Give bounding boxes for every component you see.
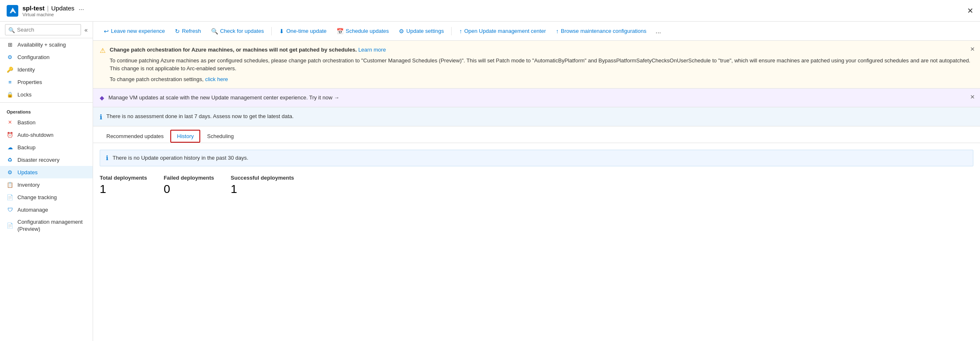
one-time-label: One-time update — [286, 28, 327, 34]
sidebar-item-identity[interactable]: 🔑 Identity — [0, 63, 93, 76]
resource-type: Virtual machine — [22, 12, 84, 17]
close-button[interactable]: ✕ — [967, 6, 973, 15]
refresh-button[interactable]: ↻ Refresh — [171, 26, 205, 37]
tab-scheduling[interactable]: Scheduling — [200, 130, 240, 143]
update-settings-button[interactable]: ⚙ Update settings — [395, 26, 448, 37]
content-area: ↩ Leave new experience ↻ Refresh 🔍 Check… — [93, 22, 980, 341]
info-icon: ℹ — [106, 154, 108, 162]
warning-banner: ⚠ Change patch orchestration for Azure m… — [93, 41, 980, 89]
one-time-update-button[interactable]: ⬇ One-time update — [275, 26, 331, 37]
sidebar-item-label: Backup — [17, 144, 35, 151]
warning-content: Change patch orchestration for Azure mac… — [110, 46, 973, 83]
main-layout: 🔍 « ⊞ Availability + scaling ⚙ Configura… — [0, 22, 980, 341]
purple-content: Manage VM updates at scale with the new … — [108, 94, 973, 102]
warning-learn-more-link[interactable]: Learn more — [358, 47, 386, 53]
sidebar-item-change-tracking[interactable]: 📄 Change tracking — [0, 191, 93, 203]
tab-recommended-updates[interactable]: Recommended updates — [100, 130, 170, 143]
browse-icon: ↑ — [556, 28, 559, 35]
resource-name: spl-test — [22, 5, 44, 12]
purple-banner-close[interactable]: ✕ — [970, 94, 975, 100]
warning-banner-close[interactable]: ✕ — [970, 46, 975, 52]
stat-total: Total deployments 1 — [100, 175, 147, 196]
stat-failed-label: Failed deployments — [164, 175, 214, 181]
sidebar-item-updates[interactable]: ⚙ Updates — [0, 166, 93, 178]
sidebar-operations-items: ✕ Bastion ⏰ Auto-shutdown ☁ Backup ♻ Dis… — [0, 116, 93, 236]
search-input[interactable] — [5, 24, 81, 35]
leave-new-experience-label: Leave new experience — [111, 28, 165, 34]
title-separator: | — [47, 5, 49, 12]
sidebar-collapse-icon[interactable]: « — [84, 27, 88, 33]
leave-new-experience-button[interactable]: ↩ Leave new experience — [100, 26, 169, 37]
warning-title: Change patch orchestration for Azure mac… — [110, 47, 357, 53]
open-update-mgmt-button[interactable]: ↑ Open Update management center — [455, 26, 550, 37]
open-mgmt-icon: ↑ — [459, 28, 462, 35]
one-time-icon: ⬇ — [279, 28, 284, 35]
open-mgmt-label: Open Update management center — [464, 28, 546, 34]
schedule-updates-button[interactable]: 📅 Schedule updates — [332, 26, 393, 37]
properties-icon: ≡ — [7, 79, 13, 85]
azure-logo — [7, 5, 18, 17]
history-tab-content: ℹ There is no Update operation history i… — [93, 143, 980, 341]
sidebar-item-label: Configuration — [17, 54, 49, 60]
availability-icon: ⊞ — [7, 41, 13, 48]
notification-banners: ⚠ Change patch orchestration for Azure m… — [93, 41, 980, 126]
topbar-ellipsis[interactable]: ... — [79, 4, 84, 12]
operations-header: Operations — [0, 104, 93, 116]
stat-successful-value: 1 — [231, 183, 294, 196]
sidebar-item-label: Updates — [17, 169, 37, 175]
stat-total-label: Total deployments — [100, 175, 147, 181]
sidebar-item-disaster-recovery[interactable]: ♻ Disaster recovery — [0, 153, 93, 166]
sidebar-item-label: Inventory — [17, 182, 39, 188]
no-history-banner: ℹ There is no Update operation history i… — [100, 150, 973, 166]
toolbar-more-options[interactable]: ... — [652, 25, 664, 37]
sidebar-item-bastion[interactable]: ✕ Bastion — [0, 116, 93, 128]
refresh-label: Refresh — [182, 28, 201, 34]
sidebar-item-label: Automanage — [17, 207, 48, 213]
check-updates-icon: 🔍 — [211, 28, 218, 35]
identity-icon: 🔑 — [7, 66, 13, 73]
tab-history[interactable]: History — [170, 130, 200, 143]
sidebar-item-label: Disaster recovery — [17, 157, 59, 163]
stat-failed-value: 0 — [164, 183, 214, 196]
leave-icon: ↩ — [104, 28, 109, 35]
sidebar-item-label: Properties — [17, 79, 42, 85]
locks-icon: 🔒 — [7, 91, 13, 98]
sidebar-item-label: Configuration management (Preview) — [17, 219, 86, 233]
stat-failed: Failed deployments 0 — [164, 175, 214, 196]
assessment-banner: ℹ There is no assessment done in last 7 … — [93, 107, 980, 126]
warning-click-here-link[interactable]: click here — [205, 76, 228, 82]
update-settings-icon: ⚙ — [399, 28, 404, 35]
sidebar-item-backup[interactable]: ☁ Backup — [0, 141, 93, 153]
sidebar-item-configuration-mgmt[interactable]: 📄 Configuration management (Preview) — [0, 216, 93, 236]
sidebar-item-properties[interactable]: ≡ Properties — [0, 76, 93, 88]
change-tracking-icon: 📄 — [7, 194, 13, 200]
sidebar-item-automanage[interactable]: 🛡 Automanage — [0, 203, 93, 216]
sidebar-item-label: Availability + scaling — [17, 42, 66, 48]
browse-maintenance-button[interactable]: ↑ Browse maintenance configurations — [552, 26, 651, 37]
backup-icon: ☁ — [7, 144, 13, 151]
tab-scheduling-label: Scheduling — [207, 133, 233, 139]
assessment-text: There is no assessment done in last 7 da… — [106, 113, 294, 119]
warning-body: To continue patching Azure machines as p… — [110, 57, 973, 73]
warning-link-prefix: To change patch orchestration settings, — [110, 76, 205, 82]
update-settings-label: Update settings — [406, 28, 444, 34]
sidebar: 🔍 « ⊞ Availability + scaling ⚙ Configura… — [0, 22, 93, 341]
config-mgmt-icon: 📄 — [7, 222, 13, 229]
schedule-label: Schedule updates — [346, 28, 389, 34]
top-bar: spl-test | Updates ... Virtual machine ✕ — [0, 0, 980, 22]
sidebar-divider — [0, 102, 93, 103]
sidebar-item-availability[interactable]: ⊞ Availability + scaling — [0, 38, 93, 51]
purple-icon: ◆ — [100, 94, 104, 101]
purple-banner: ◆ Manage VM updates at scale with the ne… — [93, 89, 980, 107]
browse-label: Browse maintenance configurations — [561, 28, 646, 34]
sidebar-item-configuration[interactable]: ⚙ Configuration — [0, 51, 93, 63]
stat-successful-label: Successful deployments — [231, 175, 294, 181]
check-updates-button[interactable]: 🔍 Check for updates — [207, 26, 268, 37]
configuration-icon: ⚙ — [7, 54, 13, 60]
no-history-text: There is no Update operation history in … — [113, 155, 248, 161]
sidebar-item-inventory[interactable]: 📋 Inventory — [0, 178, 93, 191]
sidebar-item-autoshutdown[interactable]: ⏰ Auto-shutdown — [0, 128, 93, 141]
page-title: Updates — [51, 5, 74, 12]
sidebar-item-locks[interactable]: 🔒 Locks — [0, 88, 93, 101]
assessment-icon: ℹ — [100, 113, 102, 121]
